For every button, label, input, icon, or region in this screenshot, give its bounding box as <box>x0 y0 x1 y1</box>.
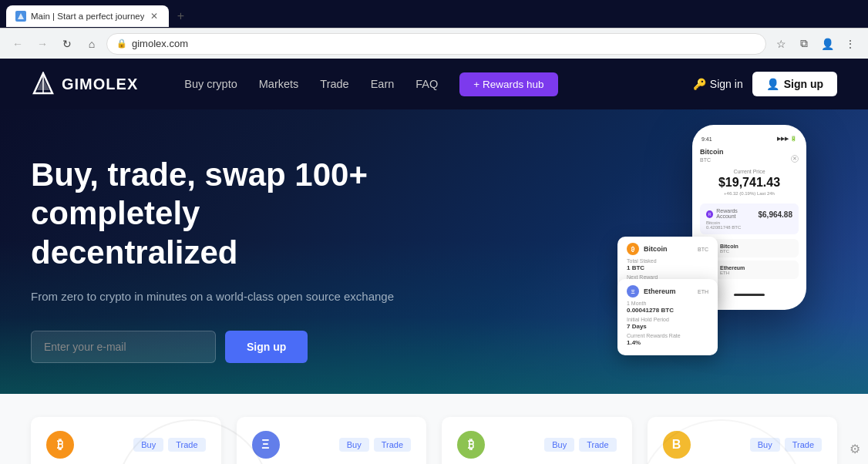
floating-eth-rate-value: 1.4% <box>627 339 708 346</box>
floating-eth-header: Ξ Ethereum ETH <box>627 285 708 298</box>
tab-close-button[interactable]: ✕ <box>149 11 160 22</box>
new-tab-button[interactable]: + <box>170 6 190 26</box>
floating-btc-name: Bitcoin <box>644 245 668 253</box>
logo-text: GIMOLEX <box>62 76 138 93</box>
nav-links: Buy crypto Markets Trade Earn FAQ + Rewa… <box>184 72 693 96</box>
floating-eth-month-label: 1 Month <box>627 301 708 306</box>
toolbar: ← → ↻ ⌂ 🔒 gimolex.com ☆ ⧉ 👤 ⋮ <box>0 28 868 59</box>
phone-status-bar: 9:41 ▶▶▶ 🔋 <box>700 136 799 142</box>
coin-card-eth: Ξ Buy Trade Ethereum ETH $3,492.61 -0.77… <box>237 417 427 464</box>
floating-btc-header: ₿ Bitcoin BTC <box>627 243 708 255</box>
extensions-icon[interactable]: ⧉ <box>794 34 814 54</box>
lock-icon: 🔒 <box>116 39 127 49</box>
active-tab[interactable]: Main | Start a perfect journey ✕ <box>6 5 169 27</box>
tab-title: Main | Start a perfect journey <box>31 12 144 21</box>
floating-card-eth: Ξ Ethereum ETH 1 Month 0.00041278 BTC In… <box>617 279 718 355</box>
hero-form: Sign up <box>31 331 401 363</box>
floating-eth-hold-label: Initial Hold Period <box>627 317 708 322</box>
website: GIMOLEX Buy crypto Markets Trade Earn FA… <box>0 59 868 464</box>
coins-section: ₿ Buy Trade Bitcoin BTC $67,379.89 +0.01… <box>0 394 868 464</box>
phone-rewards-section: R Rewards Account $6,964.88 Bitcoin 0.42… <box>700 203 799 234</box>
rewards-hub-button[interactable]: + Rewards hub <box>459 72 557 96</box>
settings-icon[interactable]: ⚙ <box>849 442 860 456</box>
user-icon: 👤 <box>766 78 779 90</box>
bch-buy-button[interactable]: Buy <box>544 438 574 452</box>
floating-btc-icon: ₿ <box>627 243 639 255</box>
floating-btc-ticker: BTC <box>698 247 708 252</box>
hero-signup-button[interactable]: Sign up <box>225 331 308 363</box>
tab-bar: Main | Start a perfect journey ✕ + <box>0 0 868 28</box>
floating-eth-ticker: ETH <box>698 289 708 294</box>
sign-in-button[interactable]: 🔑 Sign in <box>693 78 743 90</box>
phone-signal: ▶▶▶ 🔋 <box>777 136 797 142</box>
menu-icon[interactable]: ⋮ <box>840 34 860 54</box>
toolbar-icons: ☆ ⧉ 👤 ⋮ <box>771 34 860 54</box>
hero-subtitle: From zero to crypto in minutes on a worl… <box>31 287 401 306</box>
floating-eth-icon: Ξ <box>627 285 639 298</box>
phone-coin-name: Bitcoin <box>700 148 724 156</box>
coin-card-bch: ₿ Buy Trade Bitcoin Cash BCH $444.50 +0.… <box>442 417 632 464</box>
nav-buy-crypto[interactable]: Buy crypto <box>184 78 237 90</box>
phone-rewards-btc: 0.42081748 BTC <box>706 225 792 230</box>
bch-actions: Buy Trade <box>544 438 616 452</box>
floating-eth-rate-label: Current Rewards Rate <box>627 333 708 338</box>
bookmark-icon[interactable]: ☆ <box>771 34 791 54</box>
logo[interactable]: GIMOLEX <box>31 72 138 96</box>
coin-card-bch-header: ₿ Buy Trade <box>457 431 617 459</box>
nav-auth: 🔑 Sign in 👤 Sign up <box>693 72 837 96</box>
url-text: gimolex.com <box>132 38 756 49</box>
nav-markets[interactable]: Markets <box>259 78 299 90</box>
nav-earn[interactable]: Earn <box>371 78 395 90</box>
hero-section: Buy, trade, swap 100+ completely decentr… <box>0 109 868 394</box>
sign-up-button[interactable]: 👤 Sign up <box>752 72 837 96</box>
email-input[interactable] <box>31 331 216 363</box>
phone-rewards-amount: $6,964.88 <box>759 210 793 219</box>
tab-favicon <box>15 11 26 22</box>
back-button[interactable]: ← <box>8 34 28 54</box>
hero-content: Buy, trade, swap 100+ completely decentr… <box>31 156 401 363</box>
logo-icon <box>31 72 56 96</box>
phone-rewards-title: Rewards Account <box>716 208 755 219</box>
phone-price: $19,741.43 <box>700 176 799 190</box>
close-icon: ✕ <box>791 155 799 163</box>
btc-icon: ₿ <box>46 431 74 459</box>
rewards-icon: R <box>706 210 713 218</box>
floating-btc-staked-value: 1 BTC <box>627 264 708 271</box>
eth-actions: Buy Trade <box>339 438 411 452</box>
bnb-trade-button[interactable]: Trade <box>785 438 822 452</box>
nav-trade[interactable]: Trade <box>320 78 348 90</box>
browser-chrome: Main | Start a perfect journey ✕ + ← → ↻… <box>0 0 868 59</box>
phone-time: 9:41 <box>701 136 712 142</box>
forward-button[interactable]: → <box>32 34 52 54</box>
nav-faq[interactable]: FAQ <box>415 78 438 90</box>
reload-button[interactable]: ↻ <box>57 34 77 54</box>
coin-card-eth-header: Ξ Buy Trade <box>252 431 412 459</box>
phone-coin-ticker: BTC <box>700 157 724 163</box>
floating-eth-month-value: 0.00041278 BTC <box>627 307 708 314</box>
floating-btc-staked-label: Total Staked <box>627 258 708 264</box>
profile-icon[interactable]: 👤 <box>817 34 837 54</box>
floating-eth-hold-value: 7 Days <box>627 323 708 330</box>
hero-title: Buy, trade, swap 100+ completely decentr… <box>31 156 401 272</box>
address-bar[interactable]: 🔒 gimolex.com <box>106 33 766 55</box>
svg-marker-0 <box>18 13 24 19</box>
eth-buy-button[interactable]: Buy <box>339 438 369 452</box>
floating-eth-name: Ethereum <box>644 287 676 295</box>
navigation: GIMOLEX Buy crypto Markets Trade Earn FA… <box>0 59 868 109</box>
bch-trade-button[interactable]: Trade <box>579 438 616 452</box>
phone-price-label: Current Price <box>700 169 799 174</box>
bch-icon: ₿ <box>457 431 485 459</box>
key-icon: 🔑 <box>693 78 706 90</box>
phone-eth-info: Ethereum ETH <box>720 265 792 275</box>
eth-trade-button[interactable]: Trade <box>374 438 411 452</box>
phone-price-change: +46.32 (0.19%) Last 24h <box>700 191 799 196</box>
phone-btc-info: Bitcoin BTC <box>720 244 792 254</box>
home-button[interactable]: ⌂ <box>82 34 102 54</box>
